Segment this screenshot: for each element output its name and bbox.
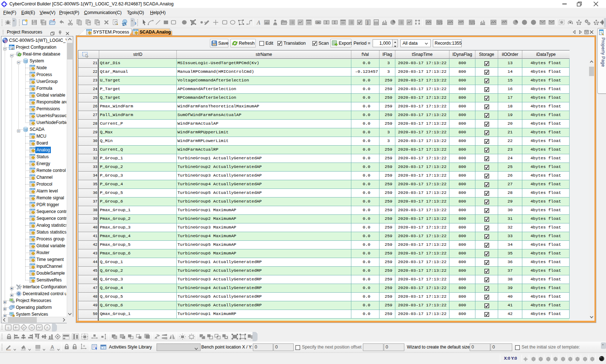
svg-text:A: A: [74, 346, 76, 349]
svg-text:W: W: [30, 326, 33, 329]
svg-text:A: A: [50, 344, 54, 350]
svg-text:OK: OK: [316, 21, 320, 24]
svg-text:A: A: [256, 19, 261, 26]
svg-text:A: A: [46, 326, 49, 329]
svg-text:S: S: [7, 326, 9, 330]
svg-text:IF: IF: [23, 326, 25, 329]
svg-text:2: 2: [367, 22, 368, 25]
